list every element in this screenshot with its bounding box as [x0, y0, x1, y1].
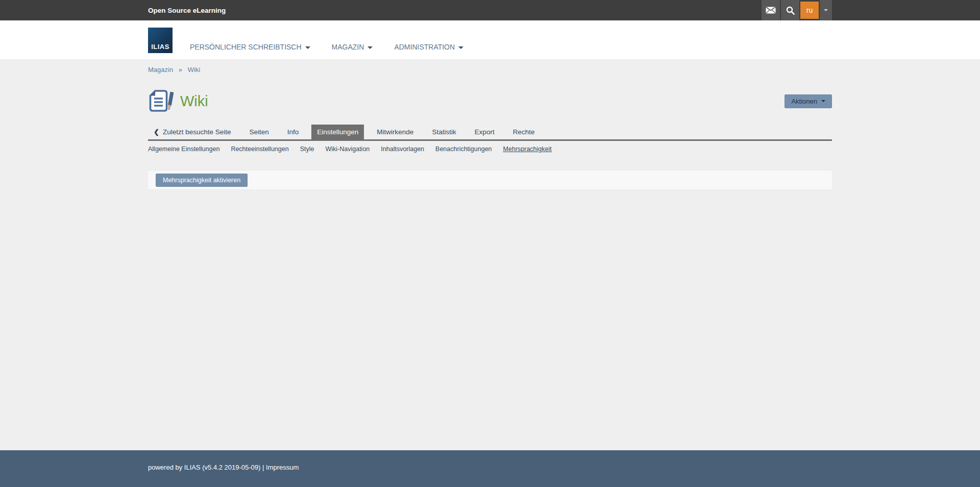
subtab-style[interactable]: Style [300, 145, 314, 153]
tab-rechte[interactable]: Rechte [507, 125, 541, 139]
nav-magazin[interactable]: MAGAZIN [332, 43, 373, 51]
chevron-down-icon [305, 46, 310, 49]
chevron-down-icon [824, 9, 828, 11]
main-navigation: PERSÖNLICHER SCHREIBTISCH MAGAZIN ADMINI… [190, 43, 463, 51]
subtab-rechteeinstellungen[interactable]: Rechteeinstellungen [231, 145, 288, 153]
tab-seiten[interactable]: Seiten [243, 125, 274, 139]
chevron-left-icon: ❮ [154, 128, 159, 136]
user-avatar[interactable]: ru [800, 2, 819, 19]
footer-powered-by: powered by ILIAS (v5.4.2 2019-05-09) [148, 464, 260, 471]
ilias-logo[interactable]: ILIAS [148, 28, 173, 53]
subtab-benachrichtigungen[interactable]: Benachrichtigungen [435, 145, 492, 153]
aktionen-button[interactable]: Aktionen [785, 94, 832, 108]
content-toolbar: Mehrsprachigkeit aktivieren [148, 170, 832, 190]
nav-persoenlicher-schreibtisch[interactable]: PERSÖNLICHER SCHREIBTISCH [190, 43, 310, 51]
mail-icon [766, 7, 776, 14]
mehrsprachigkeit-aktivieren-button[interactable]: Mehrsprachigkeit aktivieren [156, 174, 248, 187]
logo-text: ILIAS [151, 43, 169, 53]
user-menu-button[interactable] [820, 0, 832, 20]
title-bar: Wiki Aktionen [148, 89, 832, 113]
app-title: Open Source eLearning [148, 7, 226, 14]
footer-separator: | [262, 464, 266, 471]
footer: powered by ILIAS (v5.4.2 2019-05-09) | I… [0, 450, 980, 487]
wiki-document-pencil-icon [148, 89, 174, 113]
subtab-allgemeine-einstellungen[interactable]: Allgemeine Einstellungen [148, 145, 219, 153]
subtab-mehrsprachigkeit[interactable]: Mehrsprachigkeit [503, 145, 552, 153]
topbar-actions: ru [762, 0, 832, 20]
header: ILIAS PERSÖNLICHER SCHREIBTISCH MAGAZIN … [0, 20, 980, 59]
subtab-bar: Allgemeine Einstellungen Rechteeinstellu… [148, 145, 832, 153]
search-button[interactable] [781, 0, 799, 20]
breadcrumb-link-wiki[interactable]: Wiki [188, 66, 201, 74]
subtab-inhaltsvorlagen[interactable]: Inhaltsvorlagen [381, 145, 424, 153]
main-content: Magazin » Wiki [0, 59, 980, 450]
chevron-down-icon [821, 100, 825, 102]
tab-export[interactable]: Export [469, 125, 500, 139]
chevron-down-icon [368, 46, 373, 49]
page-title: Wiki [180, 93, 208, 110]
tab-zuletzt-besuchte-seite[interactable]: ❮ Zuletzt besuchte Seite [148, 125, 236, 139]
mail-button[interactable] [762, 0, 780, 20]
tab-einstellungen[interactable]: Einstellungen [311, 125, 364, 139]
tab-bar: ❮ Zuletzt besuchte Seite Seiten Info Ein… [148, 125, 832, 141]
tab-info[interactable]: Info [282, 125, 305, 139]
subtab-wiki-navigation[interactable]: Wiki-Navigation [325, 145, 370, 153]
search-icon [786, 6, 795, 15]
tab-statistik[interactable]: Statistik [426, 125, 461, 139]
nav-administration[interactable]: ADMINISTRATION [394, 43, 463, 51]
topbar: Open Source eLearning [0, 0, 980, 20]
chevron-down-icon [458, 46, 463, 49]
breadcrumb: Magazin » Wiki [148, 59, 832, 74]
breadcrumb-separator: » [179, 66, 182, 74]
tab-mitwirkende[interactable]: Mitwirkende [371, 125, 419, 139]
impressum-link[interactable]: Impressum [266, 464, 299, 471]
breadcrumb-link-magazin[interactable]: Magazin [148, 66, 173, 74]
